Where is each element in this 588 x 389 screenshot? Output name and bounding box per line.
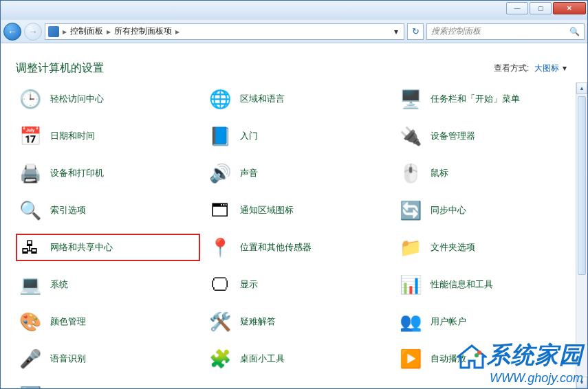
cp-item-folder-options[interactable]: 📁文件夹选项 bbox=[396, 234, 580, 261]
color-management-icon: 🎨 bbox=[19, 310, 42, 333]
view-dropdown[interactable]: ▾ bbox=[563, 63, 567, 73]
cp-item-label: 网络和共享中心 bbox=[50, 241, 113, 254]
cp-item-notification-icons[interactable]: 🗔通知区域图标 bbox=[206, 197, 390, 224]
cp-item-label: 入门 bbox=[240, 130, 258, 142]
nav-toolbar: ← → ▸ 控制面板 ▸ 所有控制面板项 ▸ ▾ ↻ 搜索控制面板 🔍 bbox=[1, 20, 587, 43]
cp-item-label: 同步中心 bbox=[431, 204, 466, 216]
ease-of-access-icon: 🕒 bbox=[19, 87, 42, 111]
gadgets-icon: 🧩 bbox=[208, 347, 232, 370]
cp-item-ease-of-access[interactable]: 🕒轻松访问中心 bbox=[16, 85, 200, 113]
cp-item-label: 轻松访问中心 bbox=[50, 93, 104, 105]
view-value[interactable]: 大图标 bbox=[534, 63, 559, 73]
maximize-button[interactable]: ▢ bbox=[530, 2, 552, 14]
cp-item-label: 自动播放 bbox=[431, 353, 466, 365]
cp-item-troubleshoot[interactable]: 🛠️疑难解答 bbox=[206, 308, 390, 335]
cp-item-taskbar-start[interactable]: 🖥️任务栏和「开始」菜单 bbox=[396, 85, 580, 113]
breadcrumb-sep: ▸ bbox=[105, 27, 113, 36]
cp-item-label: 设备和打印机 bbox=[50, 167, 104, 179]
cp-item-label: 区域和语言 bbox=[240, 93, 285, 105]
breadcrumb-seg-2[interactable]: 所有控制面板项 bbox=[114, 25, 172, 37]
mouse-icon: 🖱️ bbox=[399, 162, 422, 185]
cp-item-system[interactable]: 💻系统 bbox=[16, 271, 200, 298]
scroll-up-button[interactable]: ▲ bbox=[576, 82, 587, 94]
cp-item-label: 文件夹选项 bbox=[431, 241, 475, 254]
scroll-down-button[interactable]: ▼ bbox=[576, 377, 587, 388]
troubleshoot-icon: 🛠️ bbox=[208, 310, 232, 333]
autoplay-icon: ▶️ bbox=[399, 347, 422, 370]
minimize-button[interactable]: — bbox=[506, 2, 528, 14]
view-label: 查看方式: bbox=[494, 63, 529, 73]
location-sensors-icon: 📍 bbox=[208, 236, 232, 259]
system-icon: 💻 bbox=[19, 273, 42, 296]
device-manager-icon: 🔌 bbox=[399, 124, 422, 148]
date-time-icon: 📅 bbox=[19, 124, 42, 148]
cp-item-label: 任务栏和「开始」菜单 bbox=[431, 93, 520, 105]
cp-item-autoplay[interactable]: ▶️自动播放 bbox=[396, 345, 580, 373]
cp-item-label: 鼠标 bbox=[431, 167, 448, 179]
cp-item-performance[interactable]: 📊性能信息和工具 bbox=[396, 271, 580, 298]
cp-item-getting-started[interactable]: 📘入门 bbox=[206, 122, 390, 150]
cp-item-display[interactable]: 🖵显示 bbox=[206, 271, 390, 298]
control-panel-icon bbox=[48, 26, 59, 37]
items-grid: 🕒轻松访问中心🌐区域和语言🖥️任务栏和「开始」菜单📅日期和时间📘入门🔌设备管理器… bbox=[16, 85, 580, 388]
cp-item-label: 显示 bbox=[240, 278, 258, 291]
cp-item-label: 疑难解答 bbox=[240, 315, 276, 328]
devices-printers-icon: 🖨️ bbox=[19, 162, 42, 185]
region-language-icon: 🌐 bbox=[208, 87, 232, 111]
cp-item-network-sharing[interactable]: 🖧网络和共享中心 bbox=[16, 234, 200, 261]
cp-item-label: 颜色管理 bbox=[50, 315, 86, 328]
notification-icons-icon: 🗔 bbox=[208, 199, 232, 222]
cp-item-label: 声音 bbox=[240, 167, 258, 179]
cp-item-devices-printers[interactable]: 🖨️设备和打印机 bbox=[16, 159, 200, 187]
cp-item-indexing[interactable]: 🔍索引选项 bbox=[16, 197, 200, 224]
cp-item-mouse[interactable]: 🖱️鼠标 bbox=[396, 159, 580, 187]
cp-item-region-language[interactable]: 🌐区域和语言 bbox=[206, 85, 390, 113]
view-mode: 查看方式: 大图标 ▾ bbox=[494, 63, 567, 74]
refresh-button[interactable]: ↻ bbox=[407, 23, 424, 40]
nav-back-button[interactable]: ← bbox=[3, 23, 21, 41]
indexing-icon: 🔍 bbox=[19, 199, 42, 222]
search-placeholder: 搜索控制面板 bbox=[431, 25, 481, 37]
breadcrumb-seg-1[interactable]: 控制面板 bbox=[70, 25, 103, 37]
fonts-icon: 🔤 bbox=[19, 384, 42, 388]
user-accounts-icon: 👥 bbox=[399, 310, 422, 333]
folder-options-icon: 📁 bbox=[399, 236, 422, 259]
network-sharing-icon: 🖧 bbox=[19, 236, 42, 259]
items-scroll: 🕒轻松访问中心🌐区域和语言🖥️任务栏和「开始」菜单📅日期和时间📘入门🔌设备管理器… bbox=[1, 82, 587, 388]
search-input[interactable]: 搜索控制面板 🔍 bbox=[426, 23, 585, 40]
cp-item-label: 索引选项 bbox=[50, 204, 86, 216]
search-icon[interactable]: 🔍 bbox=[569, 27, 580, 36]
breadcrumb-dropdown[interactable]: ▾ bbox=[391, 27, 401, 36]
cp-item-color-management[interactable]: 🎨颜色管理 bbox=[16, 308, 200, 335]
cp-item-label: 用户帐户 bbox=[431, 315, 466, 328]
cp-item-location-sensors[interactable]: 📍位置和其他传感器 bbox=[206, 234, 390, 261]
content-area: 调整计算机的设置 查看方式: 大图标 ▾ 🕒轻松访问中心🌐区域和语言🖥️任务栏和… bbox=[1, 43, 587, 388]
cp-item-label: 桌面小工具 bbox=[240, 353, 285, 365]
cp-item-label: 语音识别 bbox=[50, 353, 86, 365]
content-header: 调整计算机的设置 查看方式: 大图标 ▾ bbox=[1, 43, 587, 82]
breadcrumb-sep: ▸ bbox=[173, 27, 182, 36]
cp-item-speech[interactable]: 🎤语音识别 bbox=[16, 345, 200, 373]
cp-item-user-accounts[interactable]: 👥用户帐户 bbox=[396, 308, 580, 335]
nav-forward-button[interactable]: → bbox=[24, 23, 42, 41]
breadcrumb[interactable]: ▸ 控制面板 ▸ 所有控制面板项 ▸ ▾ bbox=[45, 23, 404, 40]
cp-item-device-manager[interactable]: 🔌设备管理器 bbox=[396, 122, 580, 150]
cp-item-date-time[interactable]: 📅日期和时间 bbox=[16, 122, 200, 150]
speech-icon: 🎤 bbox=[19, 347, 42, 370]
close-button[interactable]: ✕ bbox=[553, 2, 586, 14]
cp-item-label: 通知区域图标 bbox=[240, 204, 294, 216]
cp-item-label: 位置和其他传感器 bbox=[240, 241, 312, 254]
cp-item-fonts[interactable]: 🔤字体 bbox=[16, 382, 200, 388]
cp-item-gadgets[interactable]: 🧩桌面小工具 bbox=[206, 345, 390, 373]
cp-item-sync-center[interactable]: 🔄同步中心 bbox=[396, 197, 580, 224]
cp-item-label: 日期和时间 bbox=[50, 130, 95, 142]
taskbar-start-icon: 🖥️ bbox=[399, 87, 422, 111]
scroll-thumb[interactable] bbox=[578, 96, 586, 275]
scrollbar[interactable]: ▲ ▼ bbox=[576, 82, 587, 388]
display-icon: 🖵 bbox=[208, 273, 232, 296]
cp-item-sound[interactable]: 🔊声音 bbox=[206, 159, 390, 187]
breadcrumb-sep: ▸ bbox=[61, 27, 69, 36]
cp-item-label: 系统 bbox=[50, 278, 68, 291]
sync-center-icon: 🔄 bbox=[399, 199, 422, 222]
page-title: 调整计算机的设置 bbox=[16, 61, 104, 76]
